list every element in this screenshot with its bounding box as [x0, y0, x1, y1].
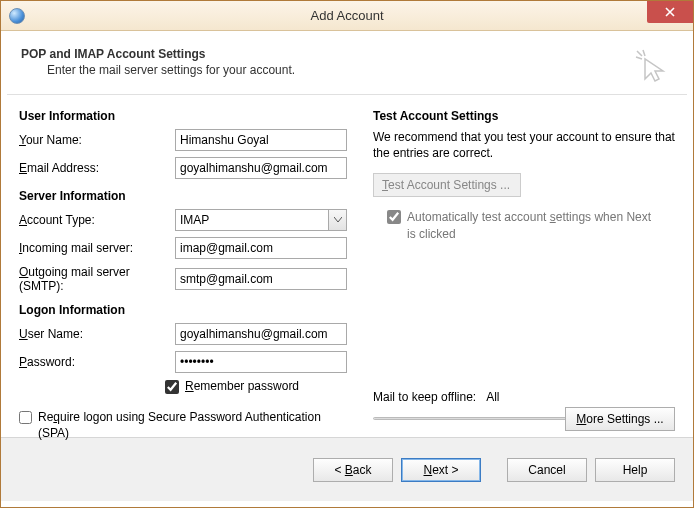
- server-information-title: Server Information: [19, 189, 351, 203]
- user-information-title: User Information: [19, 109, 351, 123]
- app-icon: [9, 8, 25, 24]
- require-spa-checkbox[interactable]: [19, 411, 32, 424]
- chevron-down-icon: [328, 210, 346, 230]
- logon-information-title: Logon Information: [19, 303, 351, 317]
- require-spa-label: Require logon using Secure Password Auth…: [38, 410, 339, 441]
- incoming-server-input[interactable]: [175, 237, 347, 259]
- test-account-title: Test Account Settings: [373, 109, 675, 123]
- auto-test-label: Automatically test account settings when…: [407, 209, 657, 241]
- remember-password-label: Remember password: [185, 379, 299, 393]
- help-button[interactable]: Help: [595, 458, 675, 482]
- mail-offline-value: All: [486, 390, 499, 404]
- account-type-value: IMAP: [180, 213, 209, 227]
- right-column: Test Account Settings We recommend that …: [373, 99, 675, 437]
- remember-password-checkbox[interactable]: [165, 380, 179, 394]
- remember-password-row: Remember password: [165, 379, 351, 394]
- cursor-icon: [633, 47, 669, 86]
- more-settings-button[interactable]: More Settings ...: [565, 407, 675, 431]
- email-address-label: Email Address:: [19, 161, 175, 175]
- password-input[interactable]: [175, 351, 347, 373]
- back-button[interactable]: < Back: [313, 458, 393, 482]
- wizard-header: POP and IMAP Account Settings Enter the …: [7, 37, 687, 95]
- mail-offline-label: Mail to keep offline:: [373, 390, 476, 404]
- left-column: User Information Your Name: Email Addres…: [19, 99, 351, 437]
- page-subtitle: Enter the mail server settings for your …: [47, 63, 673, 77]
- outgoing-server-input[interactable]: [175, 268, 347, 290]
- outgoing-server-label: Outgoing mail server (SMTP):: [19, 265, 175, 293]
- user-name-input[interactable]: [175, 323, 347, 345]
- email-address-input[interactable]: [175, 157, 347, 179]
- footer: < Back Next > Cancel Help: [1, 437, 693, 501]
- titlebar: Add Account: [1, 1, 693, 31]
- test-account-description: We recommend that you test your account …: [373, 129, 675, 161]
- content: User Information Your Name: Email Addres…: [7, 95, 687, 437]
- test-account-button[interactable]: Test Account Settings ...: [373, 173, 521, 197]
- password-label: Password:: [19, 355, 175, 369]
- next-button[interactable]: Next >: [401, 458, 481, 482]
- cancel-button[interactable]: Cancel: [507, 458, 587, 482]
- incoming-server-label: Incoming mail server:: [19, 241, 175, 255]
- close-icon: [665, 7, 675, 17]
- auto-test-row: Automatically test account settings when…: [387, 209, 675, 241]
- account-type-select[interactable]: IMAP: [175, 209, 347, 231]
- require-spa-row: Require logon using Secure Password Auth…: [19, 410, 339, 441]
- your-name-input[interactable]: [175, 129, 347, 151]
- user-name-label: User Name:: [19, 327, 175, 341]
- page-title: POP and IMAP Account Settings: [21, 47, 673, 61]
- close-button[interactable]: [647, 1, 693, 23]
- auto-test-checkbox[interactable]: [387, 210, 401, 224]
- window-title: Add Account: [1, 8, 693, 23]
- your-name-label: Your Name:: [19, 133, 175, 147]
- account-type-label: Account Type:: [19, 213, 175, 227]
